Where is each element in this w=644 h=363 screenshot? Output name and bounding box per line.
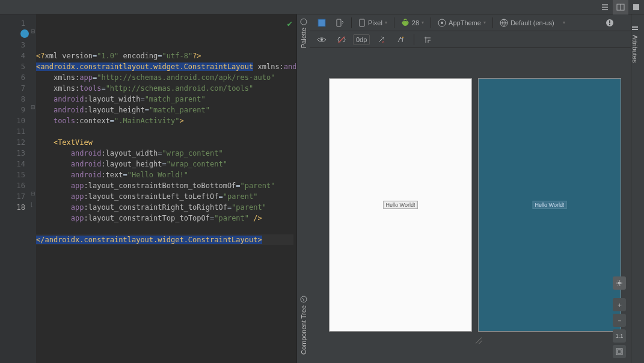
design-toolbar-2: 0dp × bbox=[310, 31, 631, 48]
palette-tab[interactable]: Palette bbox=[300, 14, 307, 52]
line-gutter: 123456789101112131415161718 bbox=[0, 14, 30, 363]
attributes-label: Attributes bbox=[631, 35, 639, 63]
preview-canvas[interactable]: Hello World! Hello World! ＋ － 1:1 bbox=[310, 48, 631, 363]
textview-blueprint[interactable]: Hello World! bbox=[533, 201, 566, 209]
clear-constraints-icon[interactable]: × bbox=[373, 33, 389, 46]
line-number: 7 bbox=[0, 83, 30, 94]
view-options-icon[interactable] bbox=[313, 33, 330, 46]
line-number: 17 bbox=[0, 191, 30, 202]
code-line[interactable]: android:text="Hello World!" bbox=[36, 169, 293, 180]
palette-label: Palette bbox=[300, 28, 307, 48]
line-number: 1 bbox=[0, 18, 30, 29]
code-line[interactable]: tools:context=".MainActivity"> bbox=[36, 115, 293, 126]
code-line[interactable]: android:layout_width="wrap_content" bbox=[36, 148, 293, 159]
design-view-device[interactable]: Hello World! bbox=[329, 78, 472, 332]
code-line[interactable]: xmlns:app="http://schemas.android.com/ap… bbox=[36, 72, 293, 83]
textview-preview[interactable]: Hello World! bbox=[384, 201, 417, 209]
svg-point-16 bbox=[320, 38, 323, 41]
code-line[interactable]: app:layout_constraintRight_toRightOf="pa… bbox=[36, 202, 293, 213]
api-selector[interactable]: 28 ▾ bbox=[397, 16, 428, 29]
line-number: 11 bbox=[0, 126, 30, 137]
tree-label: Component Tree bbox=[300, 305, 307, 355]
svg-rect-15 bbox=[609, 24, 610, 25]
zoom-controls: ＋ － 1:1 bbox=[613, 276, 626, 358]
code-line[interactable]: android:layout_height="match_parent" bbox=[36, 105, 293, 115]
line-number: 3 bbox=[0, 40, 30, 50]
ok-check-icon: ✔ bbox=[287, 18, 292, 29]
zoom-ratio-button[interactable]: 1:1 bbox=[613, 329, 626, 343]
line-number: 13 bbox=[0, 148, 30, 159]
svg-rect-24 bbox=[618, 350, 621, 353]
svg-point-11 bbox=[441, 22, 443, 24]
locale-selector[interactable]: Default (en-us) ▾ bbox=[496, 16, 569, 29]
gutter-marker-icon[interactable] bbox=[20, 29, 29, 38]
line-number: 9 bbox=[0, 105, 30, 115]
code-line[interactable]: app:layout_constraintLeft_toLeftOf="pare… bbox=[36, 191, 293, 202]
component-tree-tab[interactable]: Component Tree bbox=[300, 292, 307, 358]
right-side-tabs: Attributes bbox=[631, 14, 644, 363]
api-label: 28 bbox=[412, 19, 419, 26]
fold-column: ⊟ ⊟ ⊟ ⌊ bbox=[30, 14, 36, 363]
theme-label: AppTheme bbox=[449, 19, 481, 26]
infer-constraints-icon[interactable] bbox=[393, 33, 408, 46]
svg-rect-26 bbox=[632, 29, 638, 30]
warnings-icon[interactable] bbox=[602, 16, 618, 29]
svg-rect-5 bbox=[318, 19, 325, 26]
design-toolbar: Pixel ▾ 28 ▾ AppTheme ▾ De bbox=[310, 14, 631, 31]
attributes-tab[interactable]: Attributes bbox=[631, 14, 639, 66]
svg-rect-25 bbox=[632, 26, 638, 28]
line-number: 14 bbox=[0, 159, 30, 169]
line-number: 15 bbox=[0, 169, 30, 180]
top-view-bar bbox=[0, 0, 644, 14]
list-view-icon[interactable] bbox=[597, 0, 613, 14]
autoconnect-off-icon[interactable] bbox=[334, 33, 349, 46]
code-line[interactable]: app:layout_constraintBottom_toBottomOf="… bbox=[36, 180, 293, 191]
line-number: 5 bbox=[0, 61, 30, 72]
left-side-tabs: Palette Component Tree bbox=[296, 14, 310, 363]
svg-rect-3 bbox=[301, 19, 307, 25]
chevron-down-icon: ▾ bbox=[422, 20, 424, 25]
code-editor[interactable]: 123456789101112131415161718 ⊟ ⊟ ⊟ ⌊ ✔ <?… bbox=[0, 14, 296, 363]
chevron-down-icon: ▾ bbox=[563, 20, 565, 25]
chevron-down-icon: ▾ bbox=[483, 20, 486, 25]
line-number: 12 bbox=[0, 137, 30, 148]
svg-point-19 bbox=[402, 37, 403, 38]
split-view-icon[interactable] bbox=[613, 0, 628, 14]
design-mode-icon[interactable] bbox=[313, 16, 330, 29]
code-line[interactable] bbox=[36, 126, 293, 137]
code-line[interactable]: <?xml version="1.0" encoding="utf-8"?> bbox=[36, 50, 293, 61]
code-line[interactable]: xmlns:tools="http://schemas.android.com/… bbox=[36, 83, 293, 94]
svg-text:×: × bbox=[382, 39, 385, 44]
zoom-out-icon[interactable]: － bbox=[613, 314, 626, 327]
pan-icon[interactable] bbox=[613, 276, 626, 290]
svg-rect-8 bbox=[360, 19, 364, 26]
code-line[interactable]: app:layout_constraintTop_toTopOf="parent… bbox=[36, 213, 293, 224]
code-line[interactable]: <TextView bbox=[36, 137, 293, 148]
zoom-in-icon[interactable]: ＋ bbox=[613, 298, 626, 311]
svg-rect-22 bbox=[618, 282, 621, 284]
guidelines-icon[interactable] bbox=[420, 33, 435, 46]
line-number: 16 bbox=[0, 180, 30, 191]
locale-label: Default (en-us) bbox=[511, 19, 554, 26]
svg-rect-2 bbox=[633, 4, 639, 10]
code-line[interactable]: android:layout_width="match_parent" bbox=[36, 94, 293, 105]
code-line[interactable]: 💡 bbox=[36, 224, 293, 234]
line-number: 18 bbox=[0, 202, 30, 213]
design-surface: Pixel ▾ 28 ▾ AppTheme ▾ De bbox=[310, 14, 631, 363]
svg-rect-7 bbox=[337, 19, 341, 26]
svg-rect-14 bbox=[609, 20, 610, 23]
margin-value: 0dp bbox=[356, 36, 367, 43]
code-line[interactable]: </androidx.constraintlayout.widget.Const… bbox=[36, 234, 293, 245]
orientation-icon[interactable] bbox=[331, 16, 348, 29]
zoom-fit-icon[interactable] bbox=[613, 345, 626, 358]
code-line[interactable]: <androidx.constraintlayout.widget.Constr… bbox=[36, 61, 293, 72]
default-margin[interactable]: 0dp bbox=[353, 34, 370, 45]
design-view-icon[interactable] bbox=[628, 0, 644, 14]
code-line[interactable]: android:layout_height="wrap_content" bbox=[36, 159, 293, 169]
code-area[interactable]: ✔ <?xml version="1.0" encoding="utf-8"?>… bbox=[36, 14, 296, 363]
chevron-down-icon: ▾ bbox=[385, 20, 387, 25]
resize-handle-icon[interactable] bbox=[475, 337, 482, 344]
blueprint-view-device[interactable]: Hello World! bbox=[478, 78, 621, 332]
device-selector[interactable]: Pixel ▾ bbox=[355, 16, 391, 29]
theme-selector[interactable]: AppTheme ▾ bbox=[434, 16, 489, 29]
